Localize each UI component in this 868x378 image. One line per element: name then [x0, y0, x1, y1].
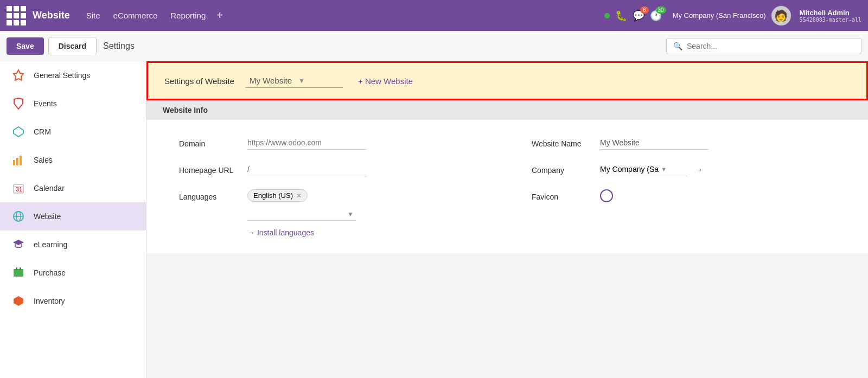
- form-col-right: Website Name Company My Company (Sa ▼ →: [532, 136, 852, 237]
- search-icon: 🔍: [673, 42, 682, 50]
- user-info: Mitchell Admin 55428083-master-all: [800, 9, 861, 23]
- homepage-url-row: Homepage URL: [179, 163, 499, 176]
- sidebar: General Settings Events CRM Sales: [0, 61, 146, 378]
- debug-icon-button[interactable]: 🐛: [615, 10, 627, 22]
- sidebar-item-events[interactable]: Events: [0, 89, 146, 118]
- toolbar: Save Discard Settings 🔍: [0, 31, 868, 61]
- company-label: Company: [532, 163, 591, 175]
- settings-banner: Settings of Website My Website ▼ + New W…: [146, 61, 868, 100]
- domain-row: Domain: [179, 136, 499, 150]
- new-website-link[interactable]: + New Website: [358, 76, 413, 86]
- section-header-website-info: Website Info: [146, 100, 868, 120]
- languages-label: Languages: [179, 189, 239, 201]
- company-select-arrow: ▼: [661, 166, 667, 172]
- content-area: Settings of Website My Website ▼ + New W…: [146, 61, 868, 378]
- favicon-label: Favicon: [532, 189, 591, 201]
- app-title[interactable]: Website: [33, 10, 70, 21]
- user-name: Mitchell Admin: [800, 9, 850, 17]
- sidebar-item-purchase[interactable]: Purchase: [0, 259, 146, 287]
- nav-link-site[interactable]: Site: [81, 11, 106, 20]
- chat-icon-button[interactable]: 💬 6: [633, 10, 644, 22]
- website-select-arrow: ▼: [298, 77, 305, 85]
- svg-rect-11: [14, 269, 23, 277]
- form-col-left: Domain Homepage URL Languages: [179, 136, 499, 237]
- clock-badge: 30: [656, 7, 666, 14]
- apps-grid-icon[interactable]: [7, 6, 26, 25]
- settings-of-website-label: Settings of Website: [164, 76, 234, 86]
- language-dropdown[interactable]: ▼: [247, 208, 356, 221]
- sidebar-label-sales: Sales: [34, 156, 53, 164]
- svg-rect-4: [20, 156, 22, 165]
- top-nav: Website Site eCommerce Reporting + 🐛 💬 6…: [0, 0, 868, 31]
- website-select[interactable]: My Website ▼: [245, 74, 343, 88]
- website-name-label: Website Name: [532, 136, 591, 148]
- sidebar-label-calendar: Calendar: [34, 184, 65, 193]
- status-indicator: [604, 13, 610, 18]
- sidebar-label-crm: CRM: [34, 127, 51, 136]
- svg-marker-1: [14, 127, 23, 137]
- sales-icon: [11, 152, 26, 168]
- sidebar-label-website: Website: [34, 212, 61, 221]
- avatar[interactable]: 🧑: [771, 6, 791, 25]
- languages-row: Languages English (US) ✕ ▼ → Install lan…: [179, 189, 499, 237]
- homepage-label: Homepage URL: [179, 163, 239, 175]
- domain-input[interactable]: [247, 136, 367, 150]
- sidebar-item-sales[interactable]: Sales: [0, 146, 146, 174]
- main-layout: General Settings Events CRM Sales: [0, 61, 868, 378]
- page-title: Settings: [103, 41, 135, 51]
- sidebar-item-inventory[interactable]: Inventory: [0, 287, 146, 315]
- calendar-icon: 31: [11, 181, 26, 196]
- sidebar-label-general-settings: General Settings: [34, 71, 90, 80]
- events-icon: [11, 96, 26, 111]
- section-title: Website Info: [163, 106, 208, 114]
- svg-text:31: 31: [16, 186, 22, 193]
- language-tag-english: English (US) ✕: [247, 189, 308, 202]
- website-name-input[interactable]: [600, 136, 709, 150]
- elearning-icon: [11, 237, 26, 252]
- svg-rect-3: [16, 158, 18, 165]
- chat-badge: 6: [640, 7, 649, 14]
- website-icon: [11, 209, 26, 224]
- save-button[interactable]: Save: [7, 37, 44, 55]
- language-tag-remove[interactable]: ✕: [296, 192, 302, 200]
- company-external-link[interactable]: →: [694, 165, 703, 175]
- crm-icon: [11, 124, 26, 139]
- inventory-icon: [11, 293, 26, 309]
- homepage-input[interactable]: [247, 163, 367, 176]
- sidebar-label-purchase: Purchase: [34, 268, 66, 277]
- company-select-value: My Company (Sa: [600, 165, 659, 174]
- website-select-value: My Website: [250, 76, 292, 85]
- svg-rect-13: [20, 267, 21, 270]
- svg-rect-12: [16, 267, 17, 270]
- general-settings-icon: [11, 68, 26, 83]
- favicon-input[interactable]: [600, 189, 613, 202]
- search-input[interactable]: [687, 42, 854, 50]
- sidebar-item-elearning[interactable]: eLearning: [0, 230, 146, 259]
- sidebar-label-elearning: eLearning: [34, 240, 67, 249]
- nav-link-ecommerce[interactable]: eCommerce: [108, 11, 163, 20]
- nav-link-reporting[interactable]: Reporting: [165, 11, 211, 20]
- nav-icons: 🐛 💬 6 🕐 30 My Company (San Francisco) 🧑 …: [604, 6, 861, 25]
- sidebar-item-website[interactable]: Website: [0, 202, 146, 230]
- chevron-down-icon: ▼: [347, 210, 354, 218]
- svg-rect-2: [13, 160, 15, 165]
- svg-marker-0: [14, 70, 23, 80]
- domain-label: Domain: [179, 136, 239, 148]
- discard-button[interactable]: Discard: [48, 37, 97, 55]
- purchase-icon: [11, 265, 26, 280]
- add-menu-button[interactable]: +: [213, 9, 226, 22]
- sidebar-item-calendar[interactable]: 31 Calendar: [0, 174, 146, 202]
- form-area: Domain Homepage URL Languages: [146, 120, 868, 253]
- sidebar-label-inventory: Inventory: [34, 297, 65, 305]
- company-select[interactable]: My Company (Sa ▼: [600, 163, 687, 176]
- sidebar-label-events: Events: [34, 99, 57, 108]
- sidebar-item-general-settings[interactable]: General Settings: [0, 61, 146, 89]
- clock-icon-button[interactable]: 🕐 30: [650, 10, 662, 22]
- search-box: 🔍: [666, 38, 861, 54]
- install-languages-link[interactable]: → Install languages: [247, 228, 356, 237]
- svg-marker-14: [14, 296, 23, 306]
- sidebar-item-crm[interactable]: CRM: [0, 118, 146, 146]
- favicon-row: Favicon: [532, 189, 852, 202]
- language-tag-label: English (US): [253, 191, 293, 200]
- user-db: 55428083-master-all: [800, 17, 861, 23]
